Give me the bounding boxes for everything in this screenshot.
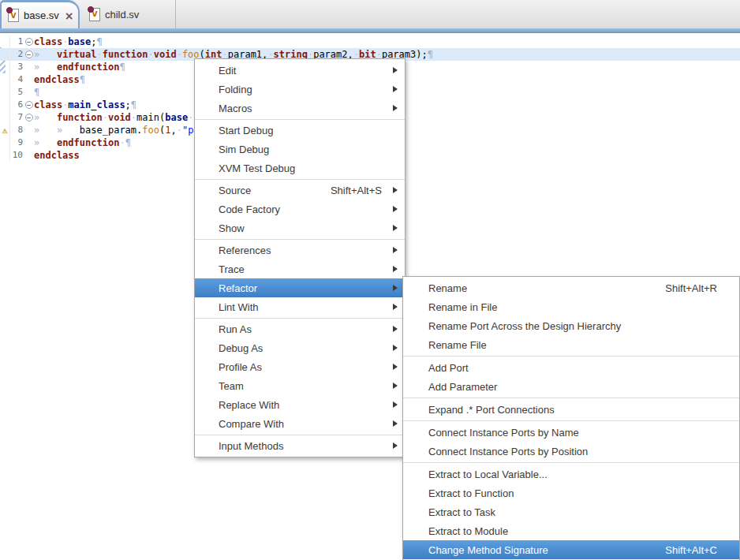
menu-item-label: Add Parameter [428,381,497,393]
submenu-item-add-port[interactable]: Add Port [403,358,739,377]
menu-item-references[interactable]: References [195,241,405,259]
menu-item-label: Add Port [428,362,469,374]
menu-item-label: Show [219,222,245,234]
submenu-arrow-icon [393,206,398,212]
submenu-arrow-icon [393,304,398,310]
submenu-arrow-icon [393,285,398,291]
submenu-item-expand-port-connections[interactable]: Expand .* Port Connections [403,400,739,419]
submenu-item-change-method-signature[interactable]: Change Method SignatureShift+Alt+C [403,540,739,559]
menu-item-label: Code Factory [219,203,280,215]
submenu-arrow-icon [393,187,398,193]
menu-item-label: Extract to Task [428,506,495,518]
fold-collapse-icon[interactable] [24,99,34,111]
menu-item-profile-as[interactable]: Profile As [195,357,405,376]
menu-item-label: Trace [219,263,245,275]
menu-item-xvm-test-debug[interactable]: XVM Test Debug [195,159,405,177]
warning-icon[interactable]: ⚠ [0,124,10,136]
menu-item-label: Start Debug [219,125,273,136]
menu-item-macros[interactable]: Macros [195,99,405,118]
menu-separator [403,462,739,463]
menu-item-compare-with[interactable]: Compare With [195,414,405,433]
menu-item-label: Rename File [428,339,487,351]
fold-collapse-icon[interactable] [24,111,34,124]
tab-folder-bottom-strip [0,28,740,33]
submenu-item-rename-port-across-the-design-hierarchy[interactable]: Rename Port Across the Design Hierarchy [403,316,739,335]
menu-item-refactor[interactable]: Refactor [195,278,405,297]
menu-item-label: Replace With [219,399,279,411]
submenu-arrow-icon [393,225,398,231]
submenu-item-rename[interactable]: RenameShift+Alt+R [403,278,739,297]
fold-gutter [24,149,34,162]
tab-base-sv[interactable]: V base.sv × [0,0,80,28]
annotation-gutter [0,61,10,73]
menu-item-show[interactable]: Show [195,218,405,237]
menu-item-label: Extract to Function [428,487,514,499]
menu-separator [195,318,405,319]
submenu-arrow-icon [393,420,398,427]
annotation-gutter [0,73,10,86]
line-number: 9 [10,136,24,149]
menu-item-label: Source [219,185,251,196]
menu-item-run-as[interactable]: Run As [195,319,405,338]
submenu-item-connect-instance-ports-by-name[interactable]: Connect Instance Ports by Name [403,423,739,442]
submenu-arrow-icon [393,247,398,253]
fold-collapse-icon[interactable] [24,35,34,48]
systemverilog-file-icon: V [8,9,19,22]
menu-item-start-debug[interactable]: Start Debug [195,121,405,140]
menu-item-shortcut: Shift+Alt+R [665,282,717,294]
submenu-item-extract-to-local-variable[interactable]: Extract to Local Variable... [403,465,739,483]
submenu-item-extract-to-function[interactable]: Extract to Function [403,483,739,502]
menu-item-label: Folding [219,84,252,95]
submenu-item-add-parameter[interactable]: Add Parameter [403,377,739,396]
submenu-arrow-icon [393,364,398,370]
menu-item-label: Lint With [219,301,259,313]
submenu-item-rename-in-file[interactable]: Rename in File [403,297,739,316]
menu-separator [195,179,405,180]
line-number: 10 [10,149,24,162]
fold-gutter [24,86,34,99]
menu-item-label: Connect Instance Ports by Name [428,427,579,439]
menu-item-sim-debug[interactable]: Sim Debug [195,140,405,159]
menu-item-label: Profile As [219,361,262,373]
menu-item-label: Compare With [219,418,284,430]
submenu-arrow-icon [393,86,398,92]
menu-item-label: Change Method Signature [428,544,548,556]
menu-item-code-factory[interactable]: Code Factory [195,200,405,218]
line-number: 2 [10,48,24,61]
submenu-item-extract-to-module[interactable]: Extract to Module [403,521,739,540]
menu-separator [403,398,739,398]
editor-context-menu: EditFoldingMacrosStart DebugSim DebugXVM… [194,58,406,457]
menu-item-folding[interactable]: Folding [195,80,405,99]
menu-item-trace[interactable]: Trace [195,259,405,278]
menu-separator [403,420,739,421]
menu-item-replace-with[interactable]: Replace With [195,395,405,414]
menu-item-debug-as[interactable]: Debug As [195,338,405,357]
menu-separator [195,435,405,435]
systemverilog-file-icon: V [89,8,100,21]
tab-child-sv[interactable]: V child.sv [81,0,176,28]
fold-collapse-icon[interactable] [24,48,34,61]
close-icon[interactable]: × [65,10,74,21]
menu-item-label: Input Methods [219,440,283,452]
menu-item-source[interactable]: SourceShift+Alt+S [195,181,405,200]
menu-item-input-methods[interactable]: Input Methods [195,436,405,455]
menu-item-lint-with[interactable]: Lint With [195,297,405,316]
menu-item-team[interactable]: Team [195,376,405,395]
menu-item-label: Extract to Local Variable... [428,469,548,480]
submenu-arrow-icon [393,401,398,408]
line-number: 4 [10,73,24,86]
menu-item-edit[interactable]: Edit [195,61,405,80]
annotation-gutter [0,86,10,99]
code-line: 1class·base;¶ [0,35,740,48]
line-number: 3 [10,61,24,73]
line-number: 5 [10,86,24,99]
submenu-item-extract-to-task[interactable]: Extract to Task [403,502,739,521]
annotation-gutter [0,149,10,162]
menu-item-shortcut: Shift+Alt+C [665,544,717,556]
menu-item-label: References [219,245,271,256]
menu-item-label: Edit [219,65,236,77]
line-number: 7 [10,111,24,124]
submenu-item-rename-file[interactable]: Rename File [403,335,739,354]
submenu-arrow-icon [393,442,398,449]
submenu-item-connect-instance-ports-by-position[interactable]: Connect Instance Ports by Position [403,442,739,461]
